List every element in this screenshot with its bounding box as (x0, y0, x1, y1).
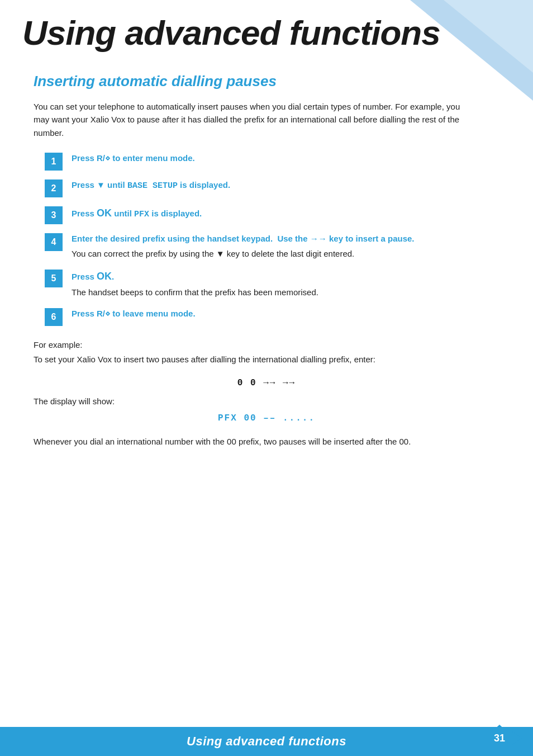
step-4-content: Enter the desired prefix using the hands… (72, 232, 499, 261)
example-footer-text: Whenever you dial an international numbe… (34, 435, 499, 449)
footer-title: Using advanced functions (187, 734, 346, 749)
display-label: The display will show: (34, 395, 499, 409)
step-2-content: Press ▼ until BASE SETUP is displayed. (72, 178, 499, 193)
step-4-row: 4 Enter the desired prefix using the han… (45, 232, 499, 261)
svg-marker-1 (512, 731, 522, 745)
step-4-badge: 4 (45, 233, 63, 251)
page-number-text: 31 (494, 733, 505, 744)
step-1-content: Press R/⋄ to enter menu mode. (72, 152, 499, 165)
step-6-row: 6 Press R/⋄ to leave menu mode. (45, 307, 499, 326)
main-content: Inserting automatic dialling pauses You … (0, 56, 533, 516)
step-5-row: 5 Press OK. The handset beeps to confirm… (45, 268, 499, 299)
step-3-content: Press OK until PFX is displayed. (72, 205, 499, 221)
step-1-main: Press R/⋄ to enter menu mode. (72, 153, 195, 163)
footer-bar: Using advanced functions (0, 727, 533, 756)
step-2-main: Press ▼ until BASE SETUP is displayed. (72, 180, 230, 190)
step-3-main: Press OK until PFX is displayed. (72, 209, 202, 218)
page-title: Using advanced functions (22, 16, 511, 50)
section-title: Inserting automatic dialling pauses (34, 73, 499, 90)
step-1-badge: 1 (45, 153, 63, 171)
step-4-main: Enter the desired prefix using the hands… (72, 232, 499, 245)
step-2-badge: 2 (45, 179, 63, 197)
step-4-sub: You can correct the prefix by using the … (72, 247, 499, 261)
example-section: For example: To set your Xalio Vox to in… (34, 338, 499, 449)
example-code-line: 0 0 →→ →→ (34, 376, 499, 390)
header-section: Using advanced functions (0, 0, 533, 56)
step-2-row: 2 Press ▼ until BASE SETUP is displayed. (45, 178, 499, 197)
example-label: For example: (34, 338, 499, 352)
steps-container: 1 Press R/⋄ to enter menu mode. 2 Press … (45, 152, 499, 326)
page-badge-svg: 31 (483, 724, 522, 753)
step-6-main: Press R/⋄ to leave menu mode. (72, 309, 196, 318)
step-5-sub: The handset beeps to confirm that the pr… (72, 286, 499, 299)
step-1-row: 1 Press R/⋄ to enter menu mode. (45, 152, 499, 171)
step-5-main: Press OK. (72, 272, 114, 281)
step-5-content: Press OK. The handset beeps to confirm t… (72, 268, 499, 299)
step-5-badge: 5 (45, 270, 63, 287)
page-number-wrapper: 31 (483, 724, 522, 753)
intro-paragraph: You can set your telephone to automatica… (34, 100, 469, 139)
step-6-badge: 6 (45, 308, 63, 326)
step-3-badge: 3 (45, 206, 63, 224)
step-6-content: Press R/⋄ to leave menu mode. (72, 307, 499, 320)
step-3-row: 3 Press OK until PFX is displayed. (45, 205, 499, 224)
pfx-display-line: PFX 00 –– ..... (34, 411, 499, 426)
example-text: To set your Xalio Vox to insert two paus… (34, 353, 499, 367)
